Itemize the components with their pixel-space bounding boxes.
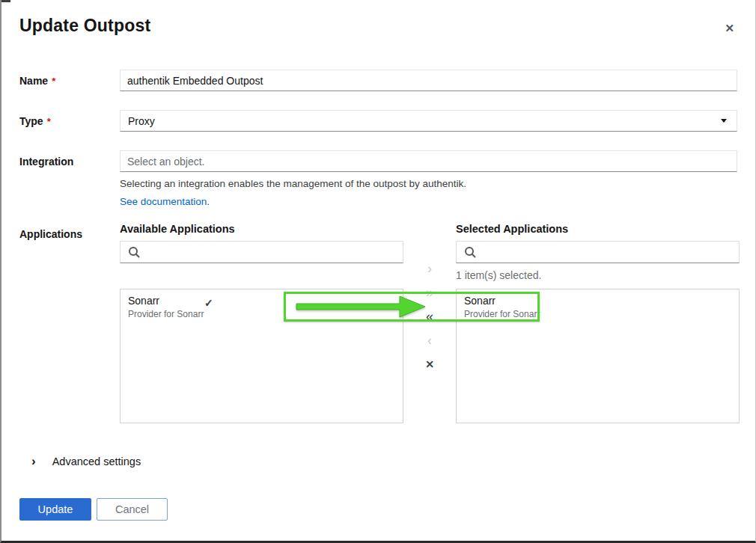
- applications-field-row: Applications Available Applications Sona…: [19, 223, 737, 423]
- name-field-row: Name*: [19, 70, 737, 91]
- item-subtitle: Provider for Sonarr: [464, 309, 731, 319]
- search-icon: [464, 246, 476, 261]
- type-select-value: Proxy: [128, 115, 155, 127]
- chevron-right-icon: ›: [31, 456, 36, 467]
- close-button[interactable]: ✕: [723, 21, 736, 35]
- transfer-controls: › » « ‹ ✕: [403, 223, 456, 423]
- caret-down-icon: [721, 119, 727, 123]
- move-selected-left-button[interactable]: ‹: [427, 334, 432, 346]
- advanced-settings-toggle[interactable]: › Advanced settings: [31, 455, 141, 467]
- name-input[interactable]: [120, 70, 737, 91]
- check-icon: ✓: [204, 297, 213, 309]
- double-chevron-right-icon: »: [426, 285, 433, 300]
- chevron-right-icon: ›: [427, 261, 432, 276]
- close-icon: ✕: [725, 22, 734, 34]
- applications-label: Applications: [19, 223, 120, 423]
- list-item-sonarr-available[interactable]: Sonarr Provider for Sonarr ✓: [121, 289, 403, 325]
- modal-footer: Update Cancel: [19, 498, 755, 521]
- available-applications-list: Sonarr Provider for Sonarr ✓: [120, 289, 403, 423]
- available-applications-pane: Available Applications Sonarr Provider f…: [120, 223, 403, 423]
- list-item-sonarr-selected[interactable]: Sonarr Provider for Sonarr: [457, 289, 739, 325]
- required-asterisk: *: [47, 116, 51, 127]
- type-select[interactable]: Proxy: [120, 110, 737, 132]
- double-chevron-left-icon: «: [426, 309, 433, 324]
- selected-applications-list: Sonarr Provider for Sonarr: [456, 289, 740, 423]
- selected-applications-pane: Selected Applications 1 item(s) selected…: [456, 223, 740, 423]
- advanced-settings-label: Advanced settings: [52, 455, 141, 467]
- modal-header: Update Outpost: [1, 0, 755, 36]
- type-label: Type*: [19, 110, 120, 132]
- type-field-row: Type* Proxy: [19, 110, 737, 132]
- link-period: .: [207, 196, 210, 207]
- chevron-left-icon: ‹: [427, 333, 432, 348]
- available-search-input[interactable]: [121, 242, 403, 263]
- available-applications-header: Available Applications: [120, 223, 403, 235]
- search-icon: [128, 246, 140, 261]
- item-subtitle: Provider for Sonarr: [128, 309, 395, 319]
- selected-applications-header: Selected Applications: [456, 223, 740, 235]
- move-selected-right-button[interactable]: ›: [427, 263, 432, 274]
- required-asterisk: *: [52, 76, 55, 87]
- name-label: Name*: [19, 70, 120, 91]
- item-title: Sonarr: [464, 295, 731, 307]
- outpost-form: Name* Type* Proxy Integration Selecting …: [1, 70, 755, 423]
- dual-list-selector: Available Applications Sonarr Provider f…: [120, 223, 740, 423]
- selected-search-input[interactable]: [457, 242, 739, 263]
- cancel-button[interactable]: Cancel: [97, 498, 168, 521]
- available-search-box: [120, 241, 403, 263]
- integration-label: Integration: [19, 150, 120, 207]
- update-button[interactable]: Update: [19, 498, 91, 521]
- move-all-left-button[interactable]: «: [426, 310, 433, 322]
- move-all-right-button[interactable]: »: [426, 286, 433, 298]
- integration-field-group: Selecting an integration enables the man…: [120, 150, 737, 207]
- integration-input[interactable]: [120, 150, 737, 172]
- screen-edge-artifact: [1, 0, 10, 2]
- selected-search-box: [456, 241, 740, 263]
- update-outpost-modal: Update Outpost ✕ Name* Type* Proxy Integ…: [0, 0, 756, 543]
- item-title: Sonarr: [128, 295, 395, 307]
- clear-x-icon: ✕: [425, 358, 434, 370]
- selected-count-text: 1 item(s) selected.: [456, 269, 740, 282]
- integration-help-text: Selecting an integration enables the man…: [120, 178, 737, 189]
- integration-field-row: Integration Selecting an integration ena…: [19, 150, 737, 207]
- documentation-link-row: See documentation.: [120, 196, 737, 207]
- page-title: Update Outpost: [19, 16, 737, 36]
- clear-selected-button[interactable]: ✕: [425, 358, 434, 370]
- see-documentation-link[interactable]: See documentation: [120, 196, 207, 207]
